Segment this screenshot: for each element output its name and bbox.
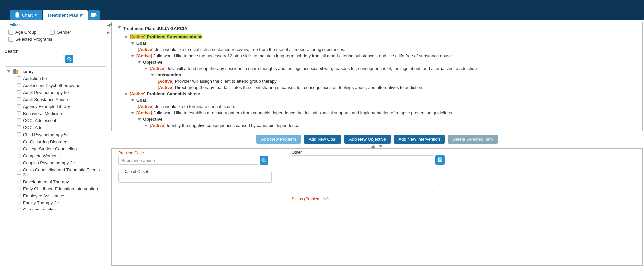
svg-rect-8 bbox=[15, 69, 16, 73]
chevron-down-icon[interactable] bbox=[118, 26, 121, 29]
library-item[interactable]: Co-Occurring Disorders bbox=[5, 138, 107, 145]
chevron-down-icon[interactable] bbox=[144, 125, 148, 127]
problem-code-lookup-button[interactable] bbox=[260, 156, 268, 165]
gender-checkbox[interactable]: Gender bbox=[50, 30, 71, 35]
treatment-plan-tree[interactable]: Treatment Plan: JULIA GARCIA [Active] Pr… bbox=[111, 22, 643, 131]
checkbox-icon bbox=[8, 37, 13, 42]
status-label: Status (Problem List) bbox=[292, 197, 445, 201]
library-tree[interactable]: Library Addiction 5eAdolescent Psychothe… bbox=[5, 66, 107, 210]
page-icon bbox=[17, 111, 21, 116]
svg-point-9 bbox=[262, 159, 265, 161]
library-item[interactable]: College Student Counseling bbox=[5, 145, 107, 152]
page-icon bbox=[17, 170, 21, 175]
page-icon bbox=[17, 104, 21, 109]
library-item[interactable]: Behavioral Medicine bbox=[5, 110, 107, 117]
expand-right-icon[interactable]: ▶ bbox=[107, 30, 110, 38]
library-item[interactable]: Gay and Lesbian bbox=[5, 206, 107, 210]
collapse-down-icon bbox=[379, 145, 383, 148]
filters-legend: Filters bbox=[8, 22, 22, 27]
chevron-down-icon[interactable] bbox=[124, 36, 128, 38]
chevron-down-icon[interactable] bbox=[131, 42, 134, 45]
search-button[interactable] bbox=[65, 55, 73, 63]
sidebar: ◀ ▶ Filters Age Group Gender Selected Pr… bbox=[0, 20, 110, 267]
tab-chart[interactable]: Chart ◤ bbox=[10, 10, 42, 20]
note-button[interactable] bbox=[435, 155, 445, 165]
chevron-down-icon[interactable] bbox=[144, 68, 148, 70]
svg-rect-7 bbox=[14, 69, 15, 73]
svg-rect-1 bbox=[16, 12, 18, 13]
library-item[interactable]: COC: Adult bbox=[5, 124, 107, 131]
objective-item[interactable]: [Active] Julia will attend group therapy… bbox=[150, 66, 478, 71]
library-item[interactable]: Adolescent Psychotherapy 5e bbox=[5, 82, 107, 89]
delete-selected-button[interactable]: Delete Selected Item bbox=[448, 135, 498, 144]
search-icon bbox=[262, 158, 266, 163]
library-item[interactable]: COC: Adolescent bbox=[5, 117, 107, 124]
page-icon bbox=[17, 125, 21, 130]
goal-item[interactable]: [Active] Julia would like to establish a… bbox=[136, 110, 453, 115]
tab-strip: Chart ◤ Treatment Plan ◤ bbox=[0, 9, 644, 20]
objective-item[interactable]: [Active] Identify the negative consequen… bbox=[150, 123, 300, 128]
checkbox-icon bbox=[50, 30, 55, 35]
problem-cannabis-abuse[interactable]: [Active] Problem: Cannabis abuse bbox=[130, 91, 200, 96]
add-intervention-button[interactable]: Add New Intervention bbox=[394, 135, 445, 144]
chevron-down-icon[interactable] bbox=[138, 61, 141, 64]
objective-heading: Objective bbox=[143, 117, 163, 122]
goal-item[interactable]: [Active] Julia would like to have the ne… bbox=[136, 53, 453, 58]
chevron-down-icon[interactable] bbox=[138, 118, 141, 121]
add-problem-button[interactable]: Add New Problem bbox=[256, 135, 301, 144]
date-of-onset-fieldset: Date of Onset bbox=[118, 169, 272, 183]
selected-programs-checkbox[interactable]: Selected Programs bbox=[8, 37, 103, 42]
library-item[interactable]: Adult Psychotherapy 5e bbox=[5, 89, 107, 96]
page-icon bbox=[17, 83, 21, 88]
goal-item[interactable]: [Active]Julia would like to establish a … bbox=[118, 46, 636, 53]
library-item[interactable]: Adult Substance Abuse bbox=[5, 96, 107, 103]
chevron-down-icon[interactable] bbox=[151, 74, 154, 76]
library-item[interactable]: Complete Women's bbox=[5, 152, 107, 159]
chevron-down-icon[interactable] bbox=[131, 112, 134, 114]
add-objective-button[interactable]: Add New Objective bbox=[344, 135, 391, 144]
popup-icon: ◤ bbox=[80, 13, 83, 17]
library-item[interactable]: Early Childhood Education Intervention bbox=[5, 185, 107, 192]
library-item[interactable]: Family Therapy 2e bbox=[5, 199, 107, 206]
detail-panel: Problem Code Date of Onset Other bbox=[111, 148, 643, 266]
library-item[interactable]: Agency Example Library bbox=[5, 103, 107, 110]
search-label: Search bbox=[5, 49, 107, 54]
library-item[interactable]: Child Psychotherapy 5e bbox=[5, 131, 107, 138]
goal-heading: Goal bbox=[136, 98, 146, 103]
intervention-item[interactable]: [Active]Provider will assign the client … bbox=[118, 78, 636, 84]
page-icon bbox=[17, 90, 21, 95]
goal-item[interactable]: [Active]Julia would ike to terminate can… bbox=[118, 103, 636, 110]
svg-rect-0 bbox=[16, 13, 19, 17]
library-item[interactable]: Addiction 5e bbox=[5, 75, 107, 82]
other-textarea[interactable] bbox=[292, 155, 434, 192]
page-icon bbox=[17, 97, 21, 102]
popup-icon: ◤ bbox=[35, 13, 37, 17]
page-icon bbox=[17, 208, 21, 210]
library-item[interactable]: Couples Psychotherapy 2e bbox=[5, 159, 107, 166]
library-item[interactable]: Employee Assistance bbox=[5, 192, 107, 199]
page-icon bbox=[17, 140, 21, 144]
library-item[interactable]: Developmental Therapy bbox=[5, 178, 107, 185]
tab-label: Chart bbox=[22, 13, 33, 18]
library-item[interactable]: Crisis Counseling and Traumatic Events 2… bbox=[5, 166, 107, 178]
intervention-item[interactable]: [Active]Direct group therapy that facili… bbox=[118, 84, 636, 91]
add-goal-button[interactable]: Add New Goal bbox=[304, 135, 341, 144]
problem-substance-abuse[interactable]: [Active] Problem: Substance abuse bbox=[130, 34, 202, 39]
chevron-down-icon[interactable] bbox=[131, 99, 134, 102]
problem-code-label: Problem Code bbox=[118, 151, 272, 155]
checkbox-icon bbox=[8, 30, 13, 35]
library-root[interactable]: Library bbox=[5, 68, 107, 75]
panel-splitter[interactable] bbox=[110, 144, 644, 148]
date-onset-legend: Date of Onset bbox=[122, 169, 149, 174]
tab-treatment-plan[interactable]: Treatment Plan ◤ bbox=[43, 10, 88, 20]
age-group-checkbox[interactable]: Age Group bbox=[8, 30, 36, 35]
intervention-heading: Intervention bbox=[156, 72, 181, 77]
page-icon bbox=[17, 194, 21, 198]
search-input[interactable] bbox=[5, 55, 64, 63]
svg-line-10 bbox=[265, 161, 266, 162]
chevron-down-icon[interactable] bbox=[131, 55, 134, 57]
chevron-down-icon[interactable] bbox=[124, 93, 128, 95]
page-icon bbox=[17, 201, 21, 205]
add-tab-button[interactable] bbox=[88, 10, 100, 20]
problem-code-input[interactable] bbox=[118, 156, 258, 165]
